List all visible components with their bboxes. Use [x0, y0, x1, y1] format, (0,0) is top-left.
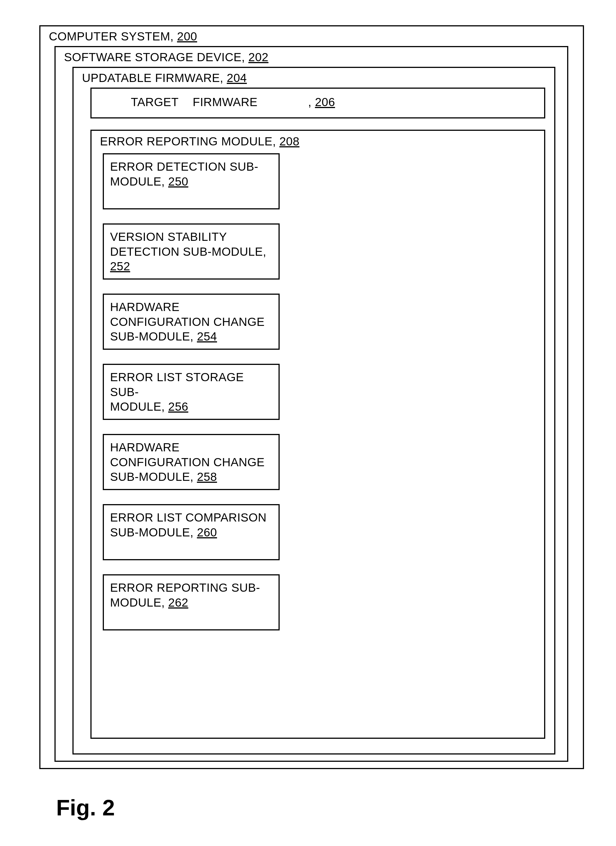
error-detection-submodule-box: ERROR DETECTION SUB- MODULE, 250	[103, 153, 279, 209]
hardware-config-change-submodule-258-box: HARDWARE CONFIGURATION CHANGE SUB-MODULE…	[103, 434, 279, 490]
error-list-storage-submodule-box: ERROR LIST STORAGE SUB- MODULE, 256	[103, 364, 279, 420]
diagram-page: COMPUTER SYSTEM, 200 SOFTWARE STORAGE DE…	[0, 0, 616, 846]
software-storage-device-label: SOFTWARE STORAGE DEVICE, 202	[64, 50, 268, 64]
version-stability-detection-submodule-box: VERSION STABILITY DETECTION SUB-MODULE, …	[103, 223, 279, 279]
submodule-text: VERSION STABILITY DETECTION SUB-MODULE, …	[110, 230, 272, 274]
error-reporting-submodule-box: ERROR REPORTING SUB- MODULE, 262	[103, 574, 279, 630]
hardware-config-change-submodule-254-box: HARDWARE CONFIGURATION CHANGE SUB-MODULE…	[103, 294, 279, 350]
error-reporting-module-label: ERROR REPORTING MODULE, 208	[100, 135, 300, 148]
computer-system-label: COMPUTER SYSTEM, 200	[49, 30, 197, 43]
target-firmware-box: TARGETFIRMWARE, 206	[90, 88, 545, 119]
updatable-firmware-label: UPDATABLE FIRMWARE, 204	[82, 71, 247, 85]
error-reporting-module-box: ERROR REPORTING MODULE, 208 ERROR DETECT…	[90, 130, 545, 739]
submodule-text: HARDWARE CONFIGURATION CHANGE SUB-MODULE…	[110, 300, 272, 344]
target-firmware-label: TARGETFIRMWARE, 206	[131, 95, 335, 109]
submodule-text: ERROR LIST COMPARISON SUB-MODULE, 260	[110, 510, 272, 540]
submodule-text: ERROR REPORTING SUB- MODULE, 262	[110, 580, 272, 610]
computer-system-box: COMPUTER SYSTEM, 200 SOFTWARE STORAGE DE…	[39, 25, 584, 769]
submodule-text: ERROR LIST STORAGE SUB- MODULE, 256	[110, 370, 272, 414]
figure-caption: Fig. 2	[56, 795, 115, 821]
software-storage-device-box: SOFTWARE STORAGE DEVICE, 202 UPDATABLE F…	[54, 46, 568, 762]
submodule-text: HARDWARE CONFIGURATION CHANGE SUB-MODULE…	[110, 440, 272, 485]
submodule-text: ERROR DETECTION SUB- MODULE, 250	[110, 159, 272, 189]
submodule-container: ERROR DETECTION SUB- MODULE, 250 VERSION…	[103, 153, 279, 645]
updatable-firmware-box: UPDATABLE FIRMWARE, 204 TARGETFIRMWARE, …	[72, 67, 555, 755]
error-list-comparison-submodule-box: ERROR LIST COMPARISON SUB-MODULE, 260	[103, 504, 279, 560]
